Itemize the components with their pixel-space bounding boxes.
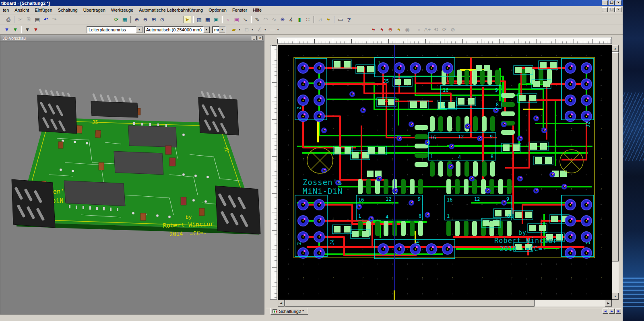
draw-spline-icon[interactable]: ∿	[270, 16, 278, 23]
grid-dropdown-arrow[interactable]: ▼	[203, 27, 210, 33]
scroll-up-icon[interactable]: ▲	[612, 45, 619, 52]
child-close-button[interactable]: ×	[615, 7, 621, 12]
menu-ansicht[interactable]: Ansicht	[12, 6, 32, 14]
title-bar[interactable]: tiboard - [Schaltung2 *] _ ❒ ×	[0, 0, 623, 6]
layer-dropdown-arrow[interactable]: ▼	[136, 27, 142, 33]
ic2-pin16: 16	[443, 87, 448, 93]
paint-style-combo[interactable]: ▰ ▼	[230, 26, 241, 33]
unit-dropdown-arrow[interactable]: ▼	[219, 27, 225, 33]
child-restore-button[interactable]: ❒	[609, 7, 615, 12]
3d-close-button[interactable]: ×	[258, 36, 263, 40]
tab-sheet-icon[interactable]: ▣	[615, 309, 621, 314]
draw-arc-icon[interactable]: ◠	[262, 16, 270, 23]
zoom-full-icon[interactable]: ⊙	[158, 16, 166, 23]
highlight-icon[interactable]: ϟ	[324, 16, 332, 23]
tab-nav-left-icon[interactable]: ◀	[603, 309, 608, 314]
optimize-icon[interactable]: ◉	[403, 26, 411, 33]
filter-nets-icon[interactable]: ▼	[3, 26, 11, 33]
zoom-in-icon[interactable]: ⊕	[133, 16, 141, 23]
filter-parts-icon[interactable]: ▼	[23, 26, 31, 33]
rect-select-icon[interactable]: ▭	[336, 16, 345, 23]
ic1-pin8: 8	[491, 154, 493, 159]
unit-dropdown[interactable]: mm ▼	[212, 26, 226, 33]
menu-uebertragen[interactable]: Übertragen	[80, 6, 108, 14]
undo-icon[interactable]: ↶	[42, 16, 50, 23]
line-width-combo[interactable]: — ▼	[268, 26, 279, 33]
text-size-icon[interactable]: A+	[423, 26, 431, 33]
place-part-icon[interactable]: ▫	[224, 16, 232, 23]
restore-button[interactable]: ❒	[609, 0, 615, 5]
menu-einfuegen[interactable]: Einfügen	[32, 6, 55, 14]
menu-autorouting[interactable]: Automatische Leiterbahnführung	[136, 6, 206, 14]
menu-fenster[interactable]: Fenster	[229, 6, 250, 14]
menu-hilfe[interactable]: Hilfe	[250, 6, 264, 14]
menu-werkzeuge[interactable]: Werkzeuge	[108, 6, 136, 14]
select-tool-icon[interactable]: ➤	[183, 16, 191, 23]
unroute-icon[interactable]: ⊖	[386, 26, 394, 33]
dimension-icon[interactable]: ∡	[287, 16, 295, 23]
filter-all-icon[interactable]: ▼	[32, 26, 40, 33]
menu-schaltung[interactable]: Schaltung	[55, 6, 80, 14]
zoom-out-icon[interactable]: ⊖	[141, 16, 149, 23]
copy-icon[interactable]: ⎘	[25, 16, 33, 23]
scroll-right-icon[interactable]: ▶	[605, 300, 612, 307]
group-select-icon[interactable]: ▫	[415, 26, 423, 33]
layer-dropdown[interactable]: Leiterplattenumriss ▼	[87, 26, 143, 33]
3d-connector-topmid	[91, 93, 138, 117]
tab-nav-right-icon[interactable]: ▶	[609, 309, 615, 314]
tab-schaltung2[interactable]: Schaltung2 *	[270, 308, 308, 315]
vertical-scroll-thumb[interactable]	[612, 52, 619, 261]
toggle-preview-icon[interactable]: ▧	[195, 16, 203, 23]
rotate-right-icon[interactable]: ⟳	[440, 26, 448, 33]
menu-optionen[interactable]: Optionen	[206, 6, 229, 14]
filter-layers-icon[interactable]: ▼	[11, 26, 19, 33]
help-icon[interactable]: ?	[345, 16, 353, 23]
birdseye-icon[interactable]: ▣	[212, 16, 220, 23]
3d-preview-titlebar[interactable]: 3D-Vorschau _ ×	[0, 35, 264, 42]
angle-combo-arrow[interactable]: ▼	[264, 29, 266, 31]
redo-icon[interactable]: ↷	[50, 16, 58, 23]
toggle-spreadsheet-icon[interactable]: ▦	[204, 16, 212, 23]
node-edit-icon[interactable]: ✳	[279, 16, 287, 23]
lock-icon[interactable]: ⊘	[449, 26, 457, 33]
place-footprint-icon[interactable]: ▣	[233, 16, 241, 23]
net-check-icon[interactable]: ∷	[304, 16, 312, 23]
line-angle-combo[interactable]: ∠ ▼	[256, 26, 266, 33]
close-button[interactable]: ×	[615, 0, 621, 5]
vertical-scrollbar[interactable]: ▲ ▼	[612, 45, 619, 300]
grid-dropdown[interactable]: Automatisch (0.254000 mm) ▼	[144, 26, 210, 33]
autoroute-start-icon[interactable]: ϟ	[369, 26, 378, 33]
child-minimize-button[interactable]: _	[602, 7, 608, 12]
pcb-canvas[interactable]: Zossen's MiNi-DiN by Robert Wincior 2014…	[278, 45, 612, 300]
draw-line-icon[interactable]: ✎	[253, 16, 261, 23]
rotate-left-icon[interactable]: ⟲	[432, 26, 440, 33]
ic3-pin12: 12	[386, 196, 391, 202]
follow-me-icon[interactable]: ↘	[241, 16, 249, 23]
paste-icon[interactable]: ▤	[33, 16, 41, 23]
3d-connector-topleft	[37, 88, 77, 134]
scroll-down-icon[interactable]: ▼	[612, 293, 619, 300]
fill-combo-arrow[interactable]: ▼	[251, 29, 254, 31]
print-icon[interactable]: ⎙	[4, 16, 12, 23]
horizontal-scroll-thumb[interactable]	[285, 300, 535, 307]
copper-fill-icon[interactable]: ▮	[295, 16, 303, 23]
reroute-icon[interactable]: ϟ	[395, 26, 403, 33]
ruler-tool-icon[interactable]: ⊿	[316, 16, 324, 23]
zoom-window-icon[interactable]: ⊞	[150, 16, 158, 23]
workspace-icon[interactable]: ▦	[121, 16, 129, 23]
minimize-button[interactable]: _	[602, 0, 608, 5]
paint-combo-arrow[interactable]: ▼	[238, 29, 241, 31]
width-combo-arrow[interactable]: ▼	[277, 29, 279, 31]
cut-icon[interactable]: ✂	[17, 16, 25, 23]
redraw-icon[interactable]: ⟳	[112, 16, 120, 23]
autoroute-busy-icon[interactable]: ϟ	[378, 26, 386, 33]
vertical-ruler	[270, 45, 277, 300]
horizontal-scrollbar[interactable]: ◀ ▶	[278, 300, 612, 307]
unit-dropdown-value: mm	[213, 27, 219, 32]
3d-minimize-button[interactable]: _	[252, 36, 257, 40]
scroll-left-icon[interactable]: ◀	[278, 300, 285, 307]
menu-clipped[interactable]: ten	[0, 6, 12, 14]
ic2-pin1: 1	[443, 102, 446, 107]
fill-style-combo[interactable]: □ ▼	[243, 26, 254, 33]
3d-viewport[interactable]: Zossen's MiNi-DiN J5 J2 J4 by Robert Win…	[0, 42, 264, 314]
